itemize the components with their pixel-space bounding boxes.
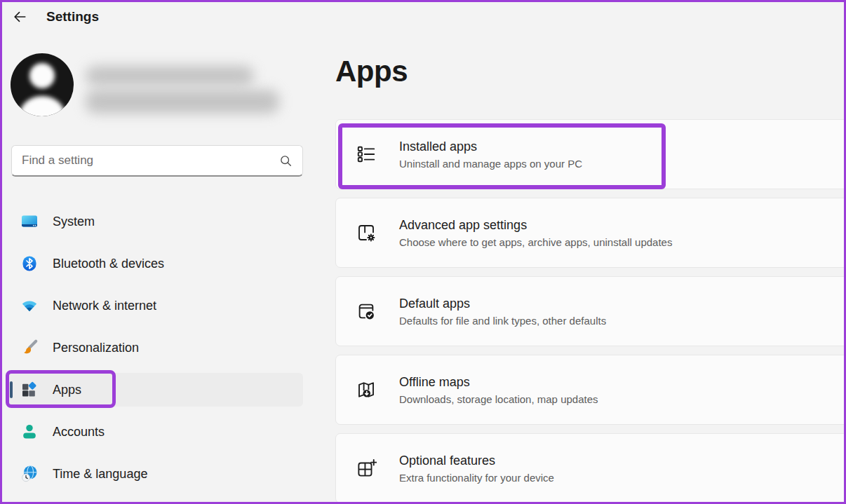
system-icon <box>20 212 39 231</box>
default-apps-icon <box>356 301 377 322</box>
bluetooth-icon <box>20 254 39 273</box>
sidebar-item-network-internet[interactable]: Network & internet <box>6 289 303 322</box>
card-text: Advanced app settings Choose where to ge… <box>399 218 672 248</box>
card-text: Offline maps Downloads, storage location… <box>399 375 598 405</box>
optional-features-icon <box>356 458 377 479</box>
card-subtitle: Defaults for file and link types, other … <box>399 315 606 327</box>
sidebar-item-accounts[interactable]: Accounts <box>6 415 303 449</box>
user-email-blurred <box>86 90 279 114</box>
sidebar-item-label: Personalization <box>53 341 139 355</box>
card-default-apps[interactable]: Default apps Defaults for file and link … <box>335 276 846 346</box>
search-icon <box>279 154 293 168</box>
search-box[interactable] <box>11 145 303 177</box>
card-title: Installed apps <box>399 139 582 154</box>
settings-window: Settings Syst <box>0 0 846 504</box>
card-title: Optional features <box>399 454 554 468</box>
card-subtitle: Uninstall and manage apps on your PC <box>399 158 582 170</box>
sidebar-item-bluetooth-devices[interactable]: Bluetooth & devices <box>6 247 303 280</box>
sidebar-item-label: Accounts <box>53 425 105 440</box>
user-avatar[interactable] <box>11 53 74 116</box>
accounts-icon <box>20 423 39 441</box>
card-subtitle: Choose where to get apps, archive apps, … <box>399 236 672 248</box>
sidebar-item-time-language[interactable]: Time & language <box>6 457 303 491</box>
card-title: Advanced app settings <box>399 218 672 233</box>
card-subtitle: Extra functionality for your device <box>399 472 554 484</box>
window-header: Settings <box>11 8 99 25</box>
card-title: Default apps <box>399 297 606 311</box>
personalization-icon <box>20 339 39 357</box>
sidebar-item-personalization[interactable]: Personalization <box>6 331 303 365</box>
card-offline-maps[interactable]: Offline maps Downloads, storage location… <box>335 355 846 425</box>
card-text: Optional features Extra functionality fo… <box>399 454 554 484</box>
search-input[interactable] <box>22 154 279 168</box>
card-subtitle: Downloads, storage location, map updates <box>399 393 598 405</box>
offline-maps-icon <box>356 379 377 400</box>
user-name-blurred <box>86 66 254 86</box>
advanced-app-settings-icon <box>356 222 377 243</box>
sidebar-item-label: Bluetooth & devices <box>53 257 164 271</box>
sidebar-item-label: Network & internet <box>53 299 156 313</box>
sidebar-item-apps[interactable]: Apps <box>6 373 303 407</box>
card-text: Installed apps Uninstall and manage apps… <box>399 139 582 170</box>
sidebar-item-label: System <box>53 214 95 229</box>
avatar-head-silhouette <box>29 63 55 88</box>
app-title: Settings <box>46 9 99 25</box>
selected-indicator <box>10 381 13 398</box>
avatar-torso-silhouette <box>19 96 66 116</box>
card-advanced-app-settings[interactable]: Advanced app settings Choose where to ge… <box>335 198 846 268</box>
card-text: Default apps Defaults for file and link … <box>399 297 606 327</box>
network-icon <box>20 297 39 315</box>
sidebar-item-label: Apps <box>53 383 81 397</box>
apps-icon <box>20 381 39 399</box>
page-title: Apps <box>335 55 408 88</box>
card-optional-features[interactable]: Optional features Extra functionality fo… <box>335 433 846 503</box>
card-installed-apps[interactable]: Installed apps Uninstall and manage apps… <box>335 119 846 189</box>
time-language-icon <box>20 465 39 483</box>
sidebar-nav: System Bluetooth & devices <box>6 205 303 499</box>
card-title: Offline maps <box>399 375 598 390</box>
sidebar-item-label: Time & language <box>53 467 147 482</box>
installed-apps-icon <box>356 144 377 165</box>
back-arrow-icon <box>12 9 27 25</box>
sidebar-item-system[interactable]: System <box>6 205 303 238</box>
back-button[interactable] <box>11 8 28 25</box>
